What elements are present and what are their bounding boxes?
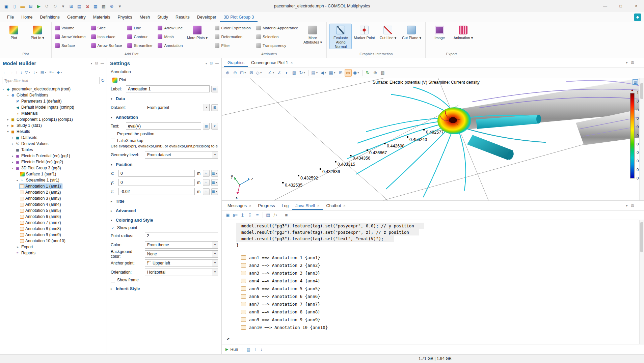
x-input[interactable] (118, 170, 195, 177)
menu-tab-results[interactable]: Results (172, 12, 193, 22)
menu-tab-mesh[interactable]: Mesh (136, 12, 154, 22)
probe-icon[interactable]: ◉▼ (352, 69, 360, 77)
ribbon-button-color-expression[interactable]: Color Expression (214, 24, 253, 32)
evaluate-along-normal-button[interactable]: Evaluate Along Normal (329, 24, 352, 49)
close-tab-icon[interactable]: × (291, 61, 293, 65)
dataset-select[interactable]: From parent ▼ (145, 104, 210, 111)
image-button[interactable]: Image (428, 24, 451, 49)
float-panel-icon[interactable]: ⊡ (95, 61, 98, 65)
tree-item-annotation-3-ann3[interactable]: Annotation 3 (ann3) (0, 195, 107, 201)
anchor-point-select[interactable]: Upper left ▼ (145, 259, 218, 267)
geometry-level-select[interactable]: From dataset ▼ (145, 151, 218, 159)
expander-icon[interactable]: ▾ (6, 130, 10, 133)
tree-item-study-1-std1[interactable]: ▸▶Study 1 (std1) (0, 122, 107, 129)
more-plots-button[interactable]: More Plots ▾ (186, 24, 208, 49)
data-table-icon[interactable]: ▦▼ (328, 69, 337, 77)
field-menu-icon[interactable]: ▦▼ (211, 170, 218, 177)
minimize-panel-icon[interactable]: — (637, 204, 641, 207)
sort-icon[interactable]: ↕▼ (32, 70, 38, 74)
scroll-bottom-icon[interactable]: ↧ (246, 212, 253, 219)
tree-item-default-model-inputs-cminpt[interactable]: ◀Default Model Inputs (cminpt) (0, 104, 107, 110)
float-panel-icon[interactable]: ⊡ (631, 204, 634, 207)
annotation-text-input[interactable] (126, 122, 201, 130)
move-up-icon[interactable]: ↑ (15, 70, 19, 74)
tab-progress[interactable]: Progress (254, 201, 278, 210)
close-tab-icon[interactable]: × (343, 204, 345, 208)
next-command-icon[interactable]: ↓ (261, 347, 263, 352)
plot-settings-icon[interactable]: ▤▼ (310, 69, 319, 77)
menu-tab-file[interactable]: File (3, 12, 18, 22)
ribbon-button-isosurface[interactable]: Isosurface (90, 33, 124, 41)
save-icon[interactable]: ⊟ (28, 4, 34, 9)
highlight-icon[interactable]: /▼ (272, 212, 279, 219)
show-frame-checkbox[interactable] (111, 278, 115, 282)
app-logo-icon[interactable]: ▣ (3, 4, 9, 9)
scroll-top-icon[interactable]: ↥ (239, 212, 246, 219)
zoom-in-icon[interactable]: ⊕ (224, 69, 231, 77)
marker-point-button[interactable]: Marker Point (353, 24, 375, 49)
plot-button[interactable]: Plot (111, 77, 129, 84)
ribbon-button-line[interactable]: Line (127, 24, 154, 32)
go-to-node-icon[interactable]: ◆▼ (56, 70, 63, 75)
menu-tab-geometry[interactable]: Geometry (63, 12, 89, 22)
plot-button[interactable]: Plot (3, 24, 25, 49)
ribbon-button-arrow-surface[interactable]: Arrow Surface (90, 41, 124, 50)
range-icon[interactable]: ≈ (203, 188, 210, 195)
menu-tab-3d-plot-group-3[interactable]: 3D Plot Group 3 (220, 12, 258, 22)
panel-menu-icon[interactable]: ▾ (626, 61, 628, 64)
expression-menu-icon[interactable]: ▾ (211, 123, 218, 130)
tree-item-annotation-1-ann1[interactable]: Annotation 1 (ann1) (0, 183, 107, 189)
zoom-icon[interactable]: ⊕ (109, 4, 115, 9)
scrollbar-thumb[interactable] (640, 83, 643, 99)
tree-item-annotation-8-ann8[interactable]: Annotation 8 (ann8) (0, 226, 107, 232)
ribbon-button-selection[interactable]: Selection (256, 33, 300, 41)
cut-plane-button[interactable]: Cut Plane ▾ (400, 24, 423, 49)
copy-icon[interactable]: ⊞ (68, 4, 74, 9)
tree-item-datasets[interactable]: ▸▦Datasets (0, 135, 107, 141)
undo-menu-icon[interactable]: ▾ (60, 4, 66, 9)
menu-tab-definitions[interactable]: Definitions (36, 12, 63, 22)
minimize-panel-icon[interactable]: — (637, 61, 641, 64)
go-to-default-view-icon[interactable]: ◇▼ (255, 69, 263, 77)
insert-expression-icon[interactable]: ▦ (203, 123, 210, 130)
ribbon-button-filter[interactable]: Filter (214, 41, 253, 50)
range-icon[interactable]: ≈ (203, 179, 210, 186)
model-tree-view-icon[interactable]: ≡▼ (48, 70, 55, 74)
tree-item-streamline-1-str1[interactable]: ▸≈Streamline 1 (str1) (0, 177, 107, 183)
run-button[interactable]: ▶ Run (225, 347, 238, 352)
tree-item-component-1-comp1-comp1[interactable]: ▸▣Component 1 (comp1) (comp1) (0, 116, 107, 122)
animation-button[interactable]: Animation ▾ (452, 24, 474, 49)
ribbon-button-arrow-volume[interactable]: Arrow Volume (54, 33, 88, 41)
scene-light-icon[interactable]: ◐ (283, 69, 290, 77)
go-to-xy-view-icon[interactable]: ∠▼ (267, 69, 276, 77)
go-to-yz-view-icon[interactable]: ∠ (276, 69, 283, 77)
ribbon-button-annotation[interactable]: Annotation (157, 41, 185, 50)
tree-item-annotation-5-ann5[interactable]: Annotation 5 (ann5) (0, 207, 107, 214)
float-panel-icon[interactable]: ⊡ (210, 61, 213, 65)
rename-icon[interactable]: ▤ (211, 86, 218, 92)
variables-icon[interactable]: a= (232, 212, 239, 219)
canvas-settings-icon[interactable]: ▦ (633, 79, 638, 85)
panel-menu-icon[interactable]: ▾ (626, 204, 628, 207)
console-vertical-scrollbar[interactable] (639, 220, 644, 344)
tree-item-parameters-1-default[interactable]: PParameters 1 (default) (0, 98, 107, 104)
section-inherit-style[interactable]: ▸ Inherit Style (111, 284, 218, 293)
move-down-icon[interactable]: ↓ (20, 70, 24, 74)
tree-item-annotation-4-ann4[interactable]: Annotation 4 (ann4) (0, 201, 107, 207)
ribbon-button-contour[interactable]: Contour (127, 33, 154, 41)
scrollbar-thumb[interactable] (640, 222, 643, 252)
new-file-icon[interactable]: ▯ (11, 4, 18, 9)
select-mode-icon[interactable]: ◀▼ (319, 69, 327, 77)
panel-menu-icon[interactable]: ▾ (206, 61, 207, 65)
tab-convergence-plot-1[interactable]: Convergence Plot 1× (248, 58, 296, 67)
float-panel-icon[interactable]: ⊡ (631, 61, 634, 64)
tree-item-global-definitions[interactable]: ▾⊕Global Definitions (0, 92, 107, 98)
section-data[interactable]: ▾ Data (111, 94, 218, 103)
close-tab-icon[interactable]: × (317, 204, 319, 208)
tree-item-annotation-9-ann9[interactable]: Annotation 9 (ann9) (0, 232, 107, 238)
forward-icon[interactable]: → (8, 70, 14, 74)
ribbon-button-arrow-line[interactable]: Arrow Line (157, 24, 185, 32)
plot-in-button[interactable]: Plot In ▾ (26, 24, 49, 49)
orbit-icon[interactable]: ↻▼ (298, 69, 306, 77)
tree-item-electric-potential-ec-pg1[interactable]: ▸▣Electric Potential (ec) (pg1) (0, 153, 107, 159)
